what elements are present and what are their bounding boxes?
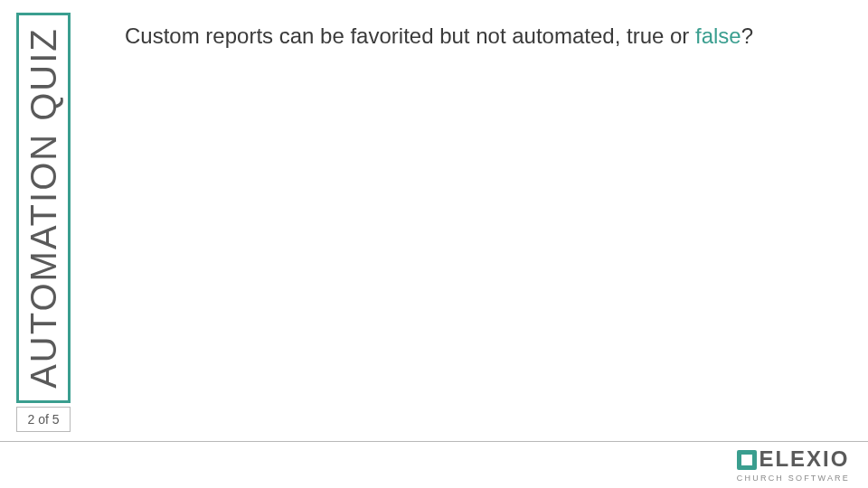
question-text-part1: Custom reports can be favorited but not … xyxy=(125,23,695,48)
question-text-part3: ? xyxy=(741,23,753,48)
question-text-accent: false xyxy=(695,23,741,48)
brand-tagline: CHURCH SOFTWARE xyxy=(737,474,850,483)
sidebar-title-box: AUTOMATION QUIZ xyxy=(16,13,71,403)
brand-logo: ELEXIO CHURCH SOFTWARE xyxy=(737,446,850,483)
page-indicator: 2 of 5 xyxy=(16,407,71,432)
quiz-question: Custom reports can be favorited but not … xyxy=(125,22,814,51)
brand-name: ELEXIO xyxy=(759,446,849,472)
quiz-title: AUTOMATION QUIZ xyxy=(24,27,64,389)
footer-divider xyxy=(0,441,868,442)
brand-mark-icon xyxy=(737,450,757,470)
brand-logo-main: ELEXIO xyxy=(737,446,850,472)
